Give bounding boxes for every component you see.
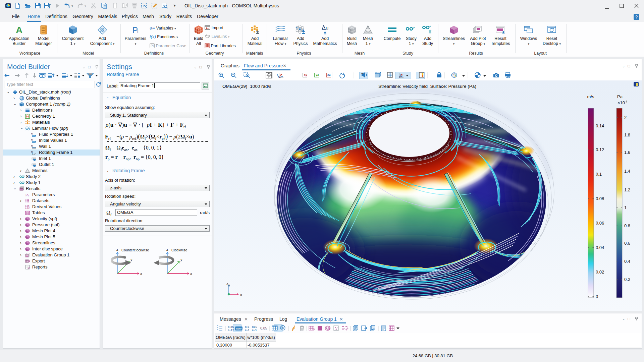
- svg-text:0.14: 0.14: [596, 123, 604, 128]
- svg-text:D: D: [31, 138, 33, 141]
- svg-text:Clockwise: Clockwise: [171, 248, 187, 252]
- svg-text:0.4: 0.4: [624, 259, 630, 264]
- svg-text:xz: xz: [327, 73, 331, 76]
- svg-text:0: 0: [596, 294, 598, 299]
- svg-text:1.2: 1.2: [624, 187, 630, 192]
- svg-text:1.6: 1.6: [624, 150, 630, 155]
- svg-text:A: A: [16, 25, 22, 35]
- svg-text:AUTO: AUTO: [236, 327, 244, 330]
- svg-text:e-3: e-3: [252, 328, 257, 332]
- svg-text:P: P: [25, 193, 28, 197]
- svg-text:m/s: m/s: [587, 94, 594, 99]
- svg-text:e-12: e-12: [228, 328, 234, 332]
- svg-text:D: D: [31, 132, 33, 135]
- svg-text:xy: xy: [304, 73, 307, 76]
- svg-text:u: u: [326, 25, 328, 31]
- svg-text:×10: ×10: [618, 100, 625, 105]
- svg-text:1: 1: [624, 205, 627, 210]
- svg-text:Pi: Pi: [151, 44, 154, 48]
- svg-text:0.06: 0.06: [596, 221, 604, 226]
- svg-text:y: y: [228, 284, 230, 287]
- svg-text:2: 2: [624, 115, 627, 120]
- svg-text:D: D: [31, 150, 33, 153]
- svg-text:Pa: Pa: [617, 94, 623, 99]
- svg-text:e-1: e-1: [245, 328, 250, 332]
- svg-text:0.1: 0.1: [596, 172, 602, 177]
- svg-text:0.2: 0.2: [624, 277, 630, 282]
- svg-text:z: z: [116, 247, 118, 251]
- svg-text:D: D: [31, 144, 33, 147]
- svg-text:81: 81: [26, 255, 29, 257]
- svg-text:1.8: 1.8: [624, 132, 630, 137]
- svg-text:4: 4: [626, 100, 627, 103]
- svg-text:0.08: 0.08: [596, 196, 604, 201]
- svg-text:z: z: [166, 247, 168, 251]
- svg-text:z: z: [226, 282, 228, 286]
- svg-text:0.12: 0.12: [596, 147, 604, 152]
- svg-text:y: y: [180, 257, 182, 261]
- svg-text:yz: yz: [316, 73, 319, 76]
- svg-text:0.04: 0.04: [596, 245, 604, 250]
- svg-text:0.8: 0.8: [624, 223, 630, 228]
- svg-text:0.02: 0.02: [596, 269, 604, 275]
- svg-text:y: y: [130, 257, 132, 261]
- svg-text:e-12: e-12: [25, 207, 30, 209]
- svg-text:0.85: 0.85: [260, 326, 267, 330]
- svg-text:Counterclockwise: Counterclockwise: [121, 248, 149, 252]
- svg-text:0.6: 0.6: [624, 241, 630, 246]
- svg-text:x: x: [140, 272, 142, 276]
- svg-text:1.4: 1.4: [624, 169, 630, 174]
- svg-text:i: i: [137, 28, 139, 34]
- svg-text:i: i: [28, 194, 29, 197]
- svg-text:x: x: [240, 293, 242, 297]
- svg-text:x: x: [190, 272, 192, 276]
